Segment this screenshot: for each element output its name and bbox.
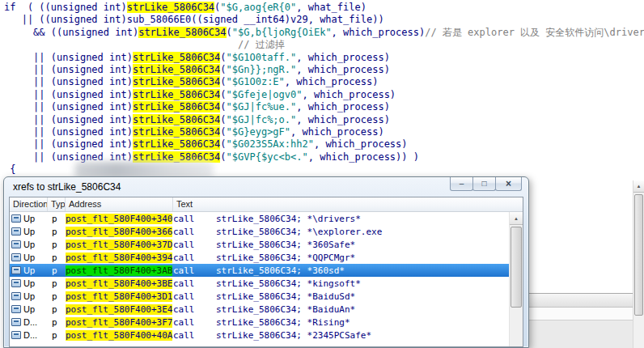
xref-type-icon	[11, 253, 21, 261]
xref-direction: Up	[23, 304, 35, 314]
pseudocode-view[interactable]: if ( ((unsigned int)strLike_5806C34("$G,…	[0, 0, 644, 180]
xref-address: post_flt_580F400+3F7	[66, 317, 172, 328]
column-header-text[interactable]: Text	[173, 197, 523, 211]
code-text: && ((unsigned int)	[4, 27, 138, 38]
xref-list: DirectionTypeAddressText Upppost_flt_580…	[9, 197, 523, 347]
highlighted-identifier[interactable]: strLike_5806C34	[133, 151, 220, 163]
xref-text: call strLike_5806C34; *BaiduSd*	[173, 291, 509, 302]
code-line: if ( ((unsigned int)strLike_5806C34("$G,…	[4, 2, 644, 14]
minimize-icon: –	[460, 180, 464, 188]
code-line: || (unsigned int)strLike_5806C34("$G1O0t…	[4, 52, 644, 64]
code-text: (	[220, 76, 226, 87]
xref-list-body: Upppost_flt_580F400+340call strLike_5806…	[10, 212, 509, 346]
xref-row[interactable]: D...ppost_flt_580F400+40Acall strLike_58…	[10, 329, 509, 342]
code-text: || (unsigned int)	[4, 76, 133, 87]
highlighted-identifier[interactable]: strLike_5806C34	[133, 101, 220, 112]
main-scroll-up-button[interactable]: ▲	[633, 180, 644, 193]
code-comment: // 若是 explorer 以及 安全软件访问\drivers*	[425, 27, 644, 38]
column-header-direction[interactable]: Direction	[10, 197, 48, 211]
xref-list-scrollbar[interactable]: ▲	[509, 212, 523, 346]
xref-row[interactable]: Upppost_flt_580F400+3ABcall strLike_5806…	[10, 264, 509, 277]
main-scrollbar-thumb[interactable]	[634, 194, 643, 316]
xref-row[interactable]: Upppost_flt_580F400+3BEcall strLike_5806…	[10, 277, 509, 290]
xref-row[interactable]: Upppost_flt_580F400+37Dcall strLike_5806…	[10, 238, 509, 251]
xref-type: p	[48, 214, 66, 224]
maximize-icon: □	[481, 180, 486, 188]
code-text: , which_process)	[332, 27, 426, 38]
code-line: && ((unsigned int)strLike_5806C34("$G,b{…	[4, 27, 644, 39]
code-text: || (unsigned int)	[4, 126, 133, 138]
xref-type: p	[48, 227, 66, 237]
code-line: || (unsigned int)strLike_5806C34("$Gn}};…	[4, 64, 644, 76]
code-comment: // 过滤掉	[238, 39, 285, 50]
list-scroll-up-button[interactable]: ▲	[510, 212, 523, 225]
xref-text: call strLike_5806C34; *360sd*	[173, 265, 509, 276]
xref-row[interactable]: Upppost_flt_580F400+3E4call strLike_5806…	[10, 303, 509, 316]
xref-type: p	[48, 291, 66, 302]
xref-text: call strLike_5806C34; *2345PCSafe*	[173, 330, 509, 341]
xref-row[interactable]: Upppost_flt_580F400+3D1call strLike_5806…	[10, 290, 509, 303]
code-text: || (unsigned int)	[4, 64, 133, 75]
highlighted-identifier[interactable]: strLike_5806C34	[133, 52, 220, 63]
highlighted-identifier[interactable]: strLike_5806C34	[133, 114, 220, 125]
xref-row[interactable]: Upppost_flt_580F400+366call strLike_5806…	[10, 225, 509, 238]
docked-panel-area	[529, 320, 633, 348]
code-text: , which_process)	[302, 89, 396, 100]
highlighted-identifier[interactable]: strLike_5806C34	[133, 126, 220, 138]
code-line: || (unsigned int)strLike_5806C34("$Gfeje…	[4, 89, 644, 101]
xref-address: post_flt_580F400+3BE	[66, 278, 172, 289]
xref-type-icon	[11, 240, 21, 248]
code-line: || (unsigned int)strLike_5806C34("$G}eyg…	[4, 126, 644, 138]
column-header-type[interactable]: Type	[48, 197, 66, 211]
docked-panel-strip	[529, 308, 633, 320]
code-text: , what_file)	[296, 2, 366, 13]
xref-type-icon	[11, 292, 21, 300]
highlighted-identifier[interactable]: strLike_5806C34	[127, 2, 214, 13]
xref-text: call strLike_5806C34; *BaiduAn*	[173, 304, 509, 315]
code-text: || ((unsigned int)sub_58066E0((signed __…	[4, 14, 384, 25]
ida-screen: if ( ((unsigned int)strLike_5806C34("$G,…	[0, 0, 644, 348]
code-text: (	[220, 101, 226, 112]
code-line: || (unsigned int)strLike_5806C34("$GJ|fc…	[4, 101, 644, 113]
highlighted-identifier[interactable]: strLike_5806C34	[133, 89, 220, 100]
highlighted-identifier[interactable]: strLike_5806C34	[133, 76, 220, 87]
xref-row[interactable]: D...ppost_flt_580F400+3F7call strLike_58…	[10, 316, 509, 329]
docked-panel-header	[529, 293, 633, 308]
xref-row[interactable]: Upppost_flt_580F400+394call strLike_5806…	[10, 251, 509, 264]
close-button[interactable]: ×	[495, 177, 522, 191]
code-text: (	[220, 138, 226, 150]
code-text: , which_process)	[290, 126, 384, 138]
minimize-button[interactable]: –	[450, 177, 473, 191]
highlighted-identifier[interactable]: strLike_5806C34	[133, 138, 220, 150]
string-literal: "$G}eyg>gF"	[227, 126, 290, 138]
code-text: || (unsigned int)	[4, 52, 133, 63]
maximize-button[interactable]: □	[472, 177, 496, 191]
list-scrollbar-thumb[interactable]	[511, 227, 522, 308]
highlighted-identifier[interactable]: strLike_5806C34	[138, 27, 226, 38]
xref-type: p	[48, 330, 66, 341]
xref-type: p	[48, 304, 66, 315]
column-header-address[interactable]: Address	[66, 197, 173, 211]
xref-address: post_flt_580F400+37D	[66, 240, 172, 250]
dialog-titlebar[interactable]: xrefs to strLike_5806C34 – □ ×	[4, 177, 528, 196]
xref-row[interactable]: Upppost_flt_580F400+340call strLike_5806…	[10, 212, 509, 225]
xref-direction: Up	[23, 278, 35, 288]
close-icon: ×	[506, 179, 511, 189]
xref-text: call strLike_5806C34; *360Safe*	[173, 240, 509, 250]
code-text: , which_process)	[296, 52, 390, 63]
code-text: || (unsigned int)	[4, 101, 133, 112]
code-text	[4, 39, 238, 50]
xref-type: p	[48, 253, 66, 263]
code-text: , which_process)	[296, 101, 390, 112]
code-text: || (unsigned int)	[4, 151, 133, 163]
main-vertical-scrollbar[interactable]: ▲	[633, 180, 644, 348]
xref-type-icon	[11, 318, 21, 326]
dialog-title: xrefs to strLike_5806C34	[13, 181, 121, 193]
code-line: || (unsigned int)strLike_5806C34("$GJ|fc…	[4, 114, 644, 126]
xref-address: post_flt_580F400+3AB	[66, 265, 172, 276]
code-line: || (unsigned int)strLike_5806C34("$G023S…	[4, 138, 644, 151]
code-text: (	[220, 52, 226, 63]
xref-address: post_flt_580F400+394	[66, 253, 172, 263]
highlighted-identifier[interactable]: strLike_5806C34	[133, 64, 220, 75]
xref-direction: D...	[23, 330, 37, 340]
